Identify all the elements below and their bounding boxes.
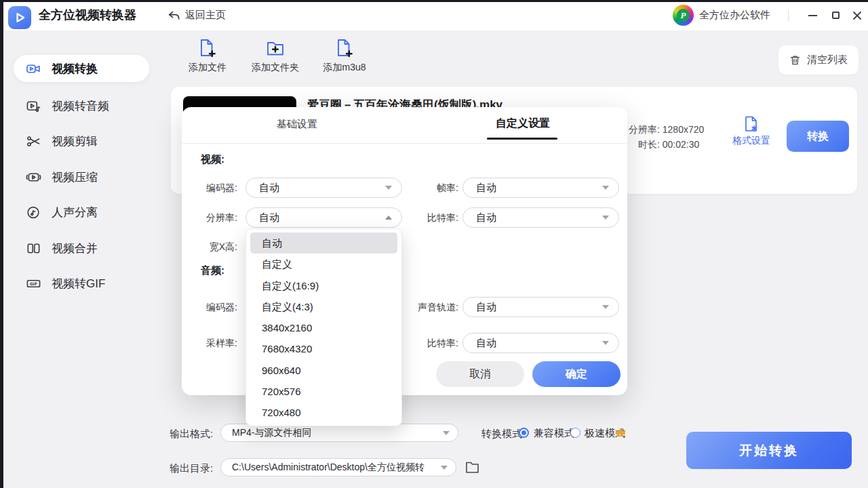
sample-rate-label: 采样率: <box>183 333 237 353</box>
folder-icon <box>465 461 479 474</box>
scissors-icon <box>26 134 41 149</box>
app-logo-icon <box>8 6 31 29</box>
dropdown-option[interactable]: 自定义(4:3) <box>250 296 397 317</box>
add-folder-button[interactable]: 添加文件夹 <box>244 38 307 79</box>
audio-bitrate-select[interactable]: 自动 <box>462 333 619 353</box>
width-height-label: 宽X高: <box>183 237 237 257</box>
dropdown-option[interactable]: 7680x4320 <box>250 338 397 359</box>
cancel-button[interactable]: 取消 <box>436 361 524 387</box>
voice-separation-icon <box>26 205 41 220</box>
brand: P 全方位办公软件 <box>673 0 770 30</box>
sidebar-item-label: 视频转换 <box>52 61 98 77</box>
add-file-label: 添加文件 <box>189 62 226 74</box>
video-bitrate-select[interactable]: 自动 <box>462 207 619 228</box>
brand-logo-icon: P <box>673 5 694 26</box>
output-format-label: 输出格式: <box>170 424 213 443</box>
format-settings-label: 格式设置 <box>732 135 770 147</box>
compatible-mode-label[interactable]: 兼容模式 <box>534 427 574 440</box>
dropdown-option[interactable]: 960x640 <box>250 360 397 381</box>
dropdown-option[interactable]: 720x576 <box>250 381 397 402</box>
dropdown-option[interactable]: 自定义 <box>250 253 397 274</box>
add-file-icon <box>197 38 218 58</box>
sidebar-item-label: 视频转GIF <box>52 276 105 291</box>
tab-basic-settings[interactable]: 基础设置 <box>270 118 324 131</box>
chevron-down-icon <box>602 341 609 345</box>
tab-divider <box>182 143 627 144</box>
sidebar-item-label: 视频剪辑 <box>52 134 98 149</box>
output-dir-label: 输出目录: <box>170 459 213 477</box>
add-m3u8-icon <box>334 38 355 58</box>
dropdown-option[interactable]: 3840x2160 <box>250 317 397 338</box>
trash-icon <box>789 54 801 66</box>
video-compress-icon <box>26 169 41 185</box>
svg-text:GIF: GIF <box>30 281 37 285</box>
minimize-button[interactable] <box>803 0 822 30</box>
close-icon <box>852 11 862 20</box>
add-folder-icon <box>265 38 285 58</box>
dropdown-option[interactable]: 720x480 <box>250 402 397 423</box>
confirm-button[interactable]: 确定 <box>532 361 620 387</box>
output-format-select[interactable]: MP4-与源文件相同 <box>220 424 458 442</box>
add-folder-label: 添加文件夹 <box>252 62 299 74</box>
add-m3u8-label: 添加m3u8 <box>323 62 366 74</box>
sidebar-item-video-to-audio[interactable]: 视频转音频 <box>14 92 149 119</box>
video-bitrate-label: 比特率: <box>380 207 458 228</box>
sidebar-item-label: 视频合并 <box>52 241 98 256</box>
sidebar-item-label: 人声分离 <box>52 205 98 220</box>
tab-custom-settings[interactable]: 自定义设置 <box>490 117 555 131</box>
chevron-down-icon <box>602 305 609 309</box>
output-dir-select[interactable]: C:\Users\Administrator\Desktop\全方位视频转 <box>220 458 456 476</box>
resolution-select-open[interactable]: 自动 <box>245 207 402 228</box>
video-merge-icon <box>26 241 41 256</box>
video-section-label: 视频: <box>201 153 224 166</box>
framerate-label: 帧率: <box>380 178 458 198</box>
back-home-label: 返回主页 <box>185 9 226 22</box>
video-encoder-label: 编码器: <box>183 178 237 198</box>
audio-encoder-label: 编码器: <box>183 297 237 317</box>
start-convert-button[interactable]: 开始转换 <box>686 432 852 469</box>
format-settings-button[interactable]: 格式设置 <box>731 115 772 150</box>
window-top-edge <box>0 0 868 2</box>
sidebar-item-video-compress[interactable]: 视频压缩 <box>14 163 149 190</box>
video-to-audio-icon <box>26 98 41 114</box>
active-tab-underline <box>487 138 557 140</box>
maximize-button[interactable] <box>826 0 845 30</box>
add-m3u8-button[interactable]: 添加m3u8 <box>316 38 373 79</box>
sidebar-item-label: 视频转音频 <box>52 98 109 114</box>
app-title: 全方位视频转换器 <box>39 0 136 30</box>
chevron-down-icon <box>443 431 450 435</box>
sidebar-item-voice-separation[interactable]: 人声分离 <box>14 199 149 226</box>
framerate-select[interactable]: 自动 <box>462 178 619 198</box>
sidebar-item-video-convert[interactable]: 视频转换 <box>14 55 149 82</box>
radio-compatible-mode[interactable] <box>519 428 529 438</box>
add-file-button[interactable]: 添加文件 <box>183 38 232 79</box>
sidebar-item-video-to-gif[interactable]: GIF 视频转GIF <box>14 270 149 297</box>
sidebar-item-video-edit[interactable]: 视频剪辑 <box>14 127 149 155</box>
minimize-icon <box>808 15 817 16</box>
titlebar-divider <box>788 10 789 21</box>
chevron-down-icon <box>602 186 609 190</box>
sidebar-item-video-merge[interactable]: 视频合并 <box>14 235 149 262</box>
dropdown-option[interactable]: 自定义(16:9) <box>250 275 397 296</box>
video-convert-icon <box>26 61 41 77</box>
sidebar-item-label: 视频压缩 <box>52 169 98 185</box>
back-arrow-icon <box>167 9 180 22</box>
brand-label: 全方位办公软件 <box>699 9 770 22</box>
audio-track-select[interactable]: 自动 <box>462 297 619 317</box>
browse-folder-button[interactable] <box>465 461 479 474</box>
crown-icon <box>614 426 627 438</box>
format-settings-icon <box>743 115 760 133</box>
chevron-down-icon <box>441 466 448 470</box>
dropdown-option-selected[interactable]: 自动 <box>250 232 397 253</box>
clear-list-button[interactable]: 清空列表 <box>778 45 859 75</box>
chevron-down-icon <box>602 216 609 220</box>
resolution-label: 分辨率: <box>183 207 237 228</box>
back-home-button[interactable]: 返回主页 <box>167 0 226 30</box>
video-encoder-select[interactable]: 自动 <box>245 178 402 198</box>
radio-fast-mode[interactable] <box>570 428 580 438</box>
convert-button[interactable]: 转换 <box>787 121 849 152</box>
gif-icon: GIF <box>26 276 41 291</box>
close-button[interactable] <box>848 0 867 30</box>
maximize-icon <box>832 12 840 19</box>
file-resolution: 分辨率: 868x488 <box>629 124 704 136</box>
